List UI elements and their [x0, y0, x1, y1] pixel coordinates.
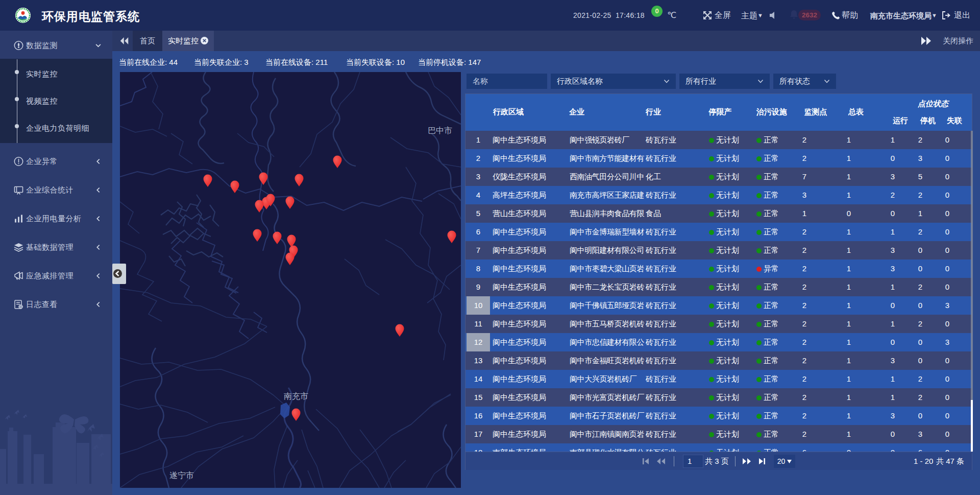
svg-text:南充市: 南充市	[284, 392, 308, 400]
svg-text:遂宁市: 遂宁市	[169, 471, 194, 480]
svg-text:巴中市: 巴中市	[428, 126, 452, 135]
